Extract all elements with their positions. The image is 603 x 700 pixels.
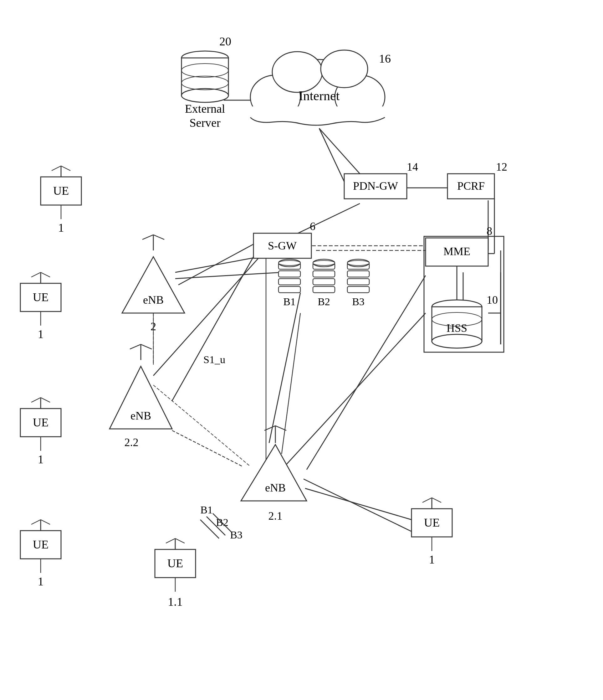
internet-cloud: Internet	[250, 50, 385, 125]
enb-bottom-label: eNB	[265, 481, 286, 494]
enb-mid-id: 2.2	[125, 436, 139, 449]
svg-line-107	[305, 489, 412, 520]
svg-line-101	[269, 293, 300, 443]
b1-label: B1	[283, 296, 296, 307]
ue-1-id: 1	[58, 221, 64, 234]
enb-top-label: eNB	[143, 294, 164, 306]
ue-4-label: UE	[33, 538, 49, 551]
ue-6-id: 1	[429, 553, 435, 566]
b3-bottom-label: B3	[230, 529, 242, 541]
external-server-label2: Server	[189, 116, 220, 129]
sgw-label: S-GW	[268, 240, 297, 252]
svg-line-40	[141, 344, 152, 349]
svg-line-83	[166, 539, 175, 543]
svg-line-106	[172, 430, 242, 467]
svg-line-36	[142, 235, 153, 240]
ue-2-label: UE	[33, 291, 49, 304]
ue-5-label: UE	[167, 557, 183, 570]
b2-label: B2	[318, 296, 330, 307]
enb-top-id: 2	[151, 320, 156, 333]
svg-line-69	[41, 272, 50, 277]
svg-line-79	[41, 520, 50, 524]
mme-id: 8	[487, 225, 492, 237]
svg-line-7	[175, 257, 260, 272]
svg-rect-57	[347, 271, 369, 277]
mme-label: MME	[443, 245, 470, 258]
svg-line-19	[304, 479, 413, 532]
b1-icon	[279, 259, 300, 293]
ue-3: UE 1	[20, 398, 61, 466]
external-server-id: 20	[219, 35, 231, 48]
svg-line-73	[31, 398, 41, 402]
svg-line-1	[319, 128, 344, 181]
svg-line-68	[31, 272, 41, 277]
external-server-label: External	[185, 102, 225, 115]
svg-line-104	[213, 514, 232, 532]
svg-point-49	[279, 260, 300, 266]
pdn-gw-label: PDN-GW	[353, 180, 398, 192]
b1-bottom-label: B1	[200, 504, 213, 516]
svg-rect-51	[313, 271, 335, 277]
b3-icon	[347, 259, 369, 293]
svg-line-92	[319, 128, 360, 174]
svg-rect-52	[313, 279, 335, 285]
svg-point-29	[321, 50, 368, 88]
ue-6-label: UE	[424, 516, 440, 529]
svg-line-37	[153, 235, 164, 240]
svg-point-33	[432, 334, 482, 348]
svg-rect-47	[279, 286, 300, 293]
svg-line-74	[41, 398, 50, 402]
svg-line-84	[175, 539, 185, 543]
svg-point-22	[182, 89, 229, 102]
b3-label: B3	[352, 296, 365, 307]
ue-3-id: 1	[38, 453, 44, 466]
sgw-id: 6	[310, 220, 315, 233]
svg-line-89	[432, 498, 441, 502]
svg-line-64	[61, 166, 71, 171]
svg-rect-59	[347, 286, 369, 293]
svg-line-12	[282, 313, 425, 470]
ue-4: UE 1	[20, 520, 61, 588]
s1u-label: S1_u	[203, 354, 225, 365]
network-diagram: External Server 20 Internet 16 PDN-GW 14…	[0, 0, 603, 700]
svg-rect-45	[279, 271, 300, 277]
enb-mid-label: eNB	[130, 409, 151, 422]
ue-3-label: UE	[33, 416, 49, 429]
svg-rect-58	[347, 279, 369, 285]
pdn-gw-id: 14	[407, 160, 418, 173]
ue-1-label: UE	[53, 184, 69, 197]
hss-label: HSS	[447, 322, 467, 334]
pcrf-label: PCRF	[457, 180, 485, 192]
hss-id: 10	[487, 294, 498, 306]
ue-5: UE 1.1	[155, 539, 195, 608]
svg-line-39	[130, 344, 141, 349]
svg-line-78	[31, 520, 41, 524]
svg-point-55	[313, 260, 335, 266]
svg-line-63	[52, 166, 61, 171]
ue-1: UE 1	[41, 166, 81, 234]
ue-2-id: 1	[38, 327, 44, 341]
pcrf-id: 12	[496, 160, 507, 173]
svg-line-14	[282, 313, 300, 454]
enb-bottom-id: 2.1	[268, 510, 283, 522]
svg-rect-46	[279, 279, 300, 285]
internet-id: 16	[379, 52, 391, 65]
internet-label: Internet	[299, 89, 340, 103]
svg-line-98	[178, 244, 254, 285]
svg-point-28	[272, 52, 322, 92]
svg-point-61	[347, 260, 369, 266]
ue-6: UE 1	[412, 498, 452, 566]
b2-icon	[313, 259, 335, 293]
ue-4-id: 1	[38, 575, 44, 588]
ue-2: UE 1	[20, 272, 61, 341]
svg-line-88	[422, 498, 432, 502]
svg-rect-53	[313, 286, 335, 293]
ue-5-id: 1.1	[168, 595, 183, 608]
